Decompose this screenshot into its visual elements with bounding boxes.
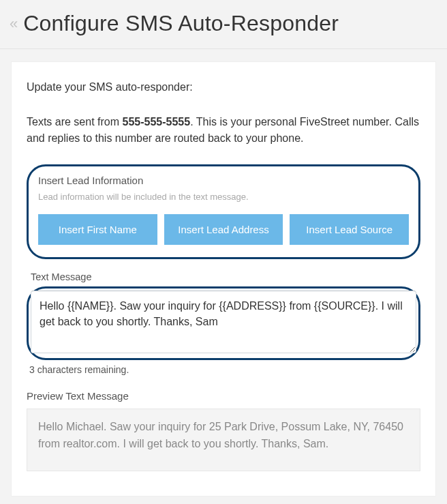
text-message-input[interactable] <box>31 291 416 353</box>
insert-lead-section: Insert Lead Information Lead information… <box>27 164 420 259</box>
info-prefix: Texts are sent from <box>27 116 123 128</box>
insert-lead-address-button[interactable]: Insert Lead Address <box>164 214 283 245</box>
insert-first-name-button[interactable]: Insert First Name <box>38 214 157 245</box>
preview-box: Hello Michael. Saw your inquiry for 25 P… <box>27 409 420 471</box>
intro-text: Update your SMS auto-responder: <box>27 81 420 93</box>
insert-lead-title: Insert Lead Information <box>38 175 409 186</box>
insert-lead-source-button[interactable]: Insert Lead Source <box>290 214 409 245</box>
text-message-label: Text Message <box>31 271 420 282</box>
char-counter: 3 characters remaining. <box>29 364 420 375</box>
page: « Configure SMS Auto-Responder Update yo… <box>0 0 447 496</box>
preview-label: Preview Text Message <box>27 390 420 402</box>
config-card: Update your SMS auto-responder: Texts ar… <box>11 61 436 496</box>
info-phone: 555-555-5555 <box>123 116 191 128</box>
text-message-annotation <box>27 286 420 360</box>
insert-lead-subtitle: Lead information will be included in the… <box>38 192 409 202</box>
back-icon[interactable]: « <box>10 16 14 31</box>
info-paragraph: Texts are sent from 555-555-5555. This i… <box>27 114 420 147</box>
page-title: Configure SMS Auto-Responder <box>23 11 339 36</box>
page-header: « Configure SMS Auto-Responder <box>0 0 447 49</box>
insert-buttons-row: Insert First Name Insert Lead Address In… <box>38 214 409 245</box>
